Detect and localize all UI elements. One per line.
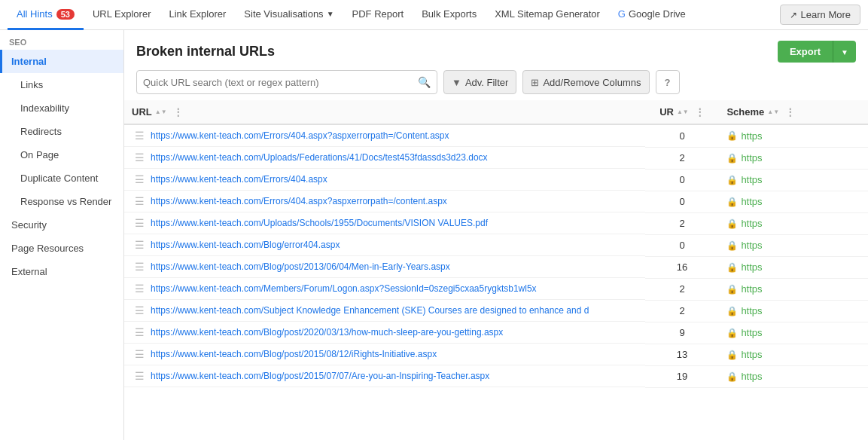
lock-icon: 🔒 [726,371,738,382]
lock-icon: 🔒 [726,240,738,251]
sidebar-item-redirects[interactable]: Redirects [0,120,123,143]
learn-more-button[interactable]: ↗ Learn More [780,5,860,25]
url-value[interactable]: https://www.kent-teach.com/Members/Forum… [151,283,537,294]
url-cell: ☰ https://www.kent-teach.com/Blog/post/2… [124,344,645,365]
top-navigation: All Hints 53 URL Explorer Link Explorer … [0,0,868,30]
scheme-value: https [741,305,762,316]
row-menu-icon[interactable]: ☰ [132,239,148,251]
xml-sitemap-generator-label: XML Sitemap Generator [495,8,600,20]
export-button[interactable]: Export [778,41,833,63]
external-link-icon: ↗ [790,10,797,20]
lock-icon: 🔒 [726,306,738,316]
site-visualisations-label: Site Visualisations [244,8,323,20]
url-value[interactable]: https://www.kent-teach.com/Errors/404.as… [151,174,327,185]
url-cell: ☰ https://www.kent-teach.com/Subject Kno… [124,300,645,322]
ur-cell: 13 [645,344,720,365]
scheme-cell: 🔒 https [719,169,868,191]
tab-link-explorer[interactable]: Link Explorer [160,0,235,30]
url-value[interactable]: https://www.kent-teach.com/Blog/post/201… [151,261,450,272]
tab-xml-sitemap-generator[interactable]: XML Sitemap Generator [486,0,609,30]
search-input[interactable] [143,77,415,88]
url-col-menu[interactable]: ⋮ [173,106,183,118]
row-menu-icon[interactable]: ☰ [132,173,148,185]
help-button[interactable]: ? [656,70,680,94]
row-menu-icon[interactable]: ☰ [132,283,148,295]
lock-icon: 🔒 [726,328,738,338]
sidebar-item-on-page[interactable]: On Page [0,143,123,167]
scheme-cell: 🔒 https [719,256,868,278]
page-title: Broken internal URLs [136,44,275,60]
row-menu-icon[interactable]: ☰ [132,348,148,360]
row-menu-icon[interactable]: ☰ [132,304,148,316]
row-menu-icon[interactable]: ☰ [132,217,148,229]
add-remove-columns-button[interactable]: ⊞ Add/Remove Columns [522,70,649,94]
url-value[interactable]: https://www.kent-teach.com/Blog/post/201… [151,349,437,359]
help-icon: ? [665,77,671,88]
adv-filter-label: Adv. Filter [465,77,509,88]
url-value[interactable]: https://www.kent-teach.com/Subject Knowl… [151,305,589,316]
row-menu-icon[interactable]: ☰ [132,370,148,382]
scheme-cell: 🔒 https [719,212,868,234]
url-value[interactable]: https://www.kent-teach.com/Errors/404.as… [151,196,447,206]
main-layout: SEO Internal Links Indexability Redirect… [0,30,868,440]
links-label: Links [20,79,43,90]
row-menu-icon[interactable]: ☰ [132,195,148,207]
duplicate-content-label: Duplicate Content [20,173,98,184]
row-menu-icon[interactable]: ☰ [132,151,148,163]
scheme-value: https [741,130,762,142]
row-menu-icon[interactable]: ☰ [132,326,148,338]
scheme-value: https [741,174,762,185]
table-row: ☰ https://www.kent-teach.com/Blog/post/2… [124,322,868,344]
url-value[interactable]: https://www.kent-teach.com/Uploads/Feder… [151,152,488,163]
ur-col-menu[interactable]: ⋮ [695,106,705,118]
ur-cell: 2 [645,278,720,300]
url-value[interactable]: https://www.kent-teach.com/Errors/404.as… [151,130,449,141]
url-value[interactable]: https://www.kent-teach.com/Blog/post/201… [151,371,489,381]
url-value[interactable]: https://www.kent-teach.com/Blog/error404… [151,240,340,250]
sidebar-item-external[interactable]: External [0,260,123,283]
url-value[interactable]: https://www.kent-teach.com/Uploads/Schoo… [151,218,488,228]
adv-filter-button[interactable]: ▼ Adv. Filter [443,70,516,94]
sidebar-item-response-vs-render[interactable]: Response vs Render [0,190,123,213]
col-header-scheme: Scheme ▲▼ ⋮ [719,100,868,124]
table-row: ☰ https://www.kent-teach.com/Errors/404.… [124,169,868,191]
table-row: ☰ https://www.kent-teach.com/Errors/404.… [124,124,868,147]
tab-url-explorer[interactable]: URL Explorer [84,0,160,30]
tab-google-drive[interactable]: G Google Drive [609,0,695,30]
sidebar-item-page-resources[interactable]: Page Resources [0,237,123,260]
table-row: ☰ https://www.kent-teach.com/Blog/post/2… [124,256,868,278]
search-icon[interactable]: 🔍 [418,76,431,88]
indexability-label: Indexability [20,102,69,114]
table-body: ☰ https://www.kent-teach.com/Errors/404.… [124,124,868,387]
ur-cell: 0 [645,169,720,191]
sidebar-item-internal[interactable]: Internal [0,50,123,73]
google-icon: G [618,8,626,20]
tab-bulk-exports[interactable]: Bulk Exports [413,0,486,30]
scheme-col-menu[interactable]: ⋮ [785,106,795,118]
sidebar-item-security[interactable]: Security [0,213,123,237]
sort-icon-ur[interactable]: ▲▼ [677,109,689,115]
sidebar: SEO Internal Links Indexability Redirect… [0,30,124,440]
security-label: Security [11,219,47,231]
tab-pdf-report[interactable]: PDF Report [343,0,413,30]
columns-icon: ⊞ [531,77,539,88]
lock-icon: 🔒 [726,175,738,185]
tab-all-hints[interactable]: All Hints 53 [8,0,84,30]
sort-icon-url[interactable]: ▲▼ [155,109,167,115]
sort-icon-scheme[interactable]: ▲▼ [767,109,779,115]
url-cell: ☰ https://www.kent-teach.com/Blog/post/2… [124,256,645,278]
row-menu-icon[interactable]: ☰ [132,261,148,273]
sidebar-item-duplicate-content[interactable]: Duplicate Content [0,167,123,190]
table-row: ☰ https://www.kent-teach.com/Members/For… [124,278,868,300]
scheme-cell: 🔒 https [719,191,868,212]
url-value[interactable]: https://www.kent-teach.com/Blog/post/202… [151,327,503,338]
export-dropdown-button[interactable]: ▼ [833,41,856,63]
sidebar-item-indexability[interactable]: Indexability [0,96,123,120]
tab-site-visualisations[interactable]: Site Visualisations ▼ [235,0,343,30]
row-menu-icon[interactable]: ☰ [132,130,148,142]
scheme-value: https [741,283,762,295]
ur-cell: 0 [645,191,720,212]
scheme-value: https [741,218,762,229]
sidebar-item-links[interactable]: Links [0,73,123,96]
url-explorer-label: URL Explorer [93,8,151,20]
